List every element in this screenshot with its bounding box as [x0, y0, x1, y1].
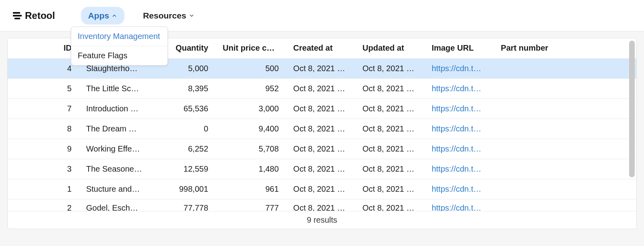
- cell-updated-at: Oct 8, 2021 …: [357, 58, 426, 78]
- image-url-link[interactable]: https://cdn.t…: [431, 84, 481, 93]
- image-url-link[interactable]: https://cdn.t…: [431, 104, 481, 113]
- cell-quantity: 77,778: [153, 199, 217, 211]
- chevron-up-icon: [111, 13, 117, 18]
- cell-name: The Seasone…: [80, 159, 153, 179]
- cell-unit-price: 500: [217, 58, 287, 78]
- cell-quantity: 6,252: [153, 139, 217, 159]
- cell-image-url: https://cdn.t…: [426, 199, 495, 211]
- table-row[interactable]: 3The Seasone…12,5591,480Oct 8, 2021 …Oct…: [8, 159, 636, 179]
- image-url-link[interactable]: https://cdn.t…: [431, 164, 481, 173]
- cell-created-at: Oct 8, 2021 …: [288, 199, 357, 211]
- image-url-link[interactable]: https://cdn.t…: [431, 184, 481, 193]
- cell-name: The Little Sc…: [80, 78, 153, 98]
- image-url-link[interactable]: https://cdn.t…: [431, 203, 481, 211]
- col-header-created-at[interactable]: Created at: [288, 38, 357, 58]
- cell-name: Godel, Esch…: [80, 199, 153, 211]
- nav-resources[interactable]: Resources: [136, 7, 201, 25]
- cell-part-number: [495, 119, 636, 139]
- col-header-id[interactable]: ID: [8, 38, 80, 58]
- cell-quantity: 0: [153, 119, 217, 139]
- cell-updated-at: Oct 8, 2021 …: [357, 139, 426, 159]
- cell-unit-price: 5,708: [217, 139, 287, 159]
- cell-quantity: 12,559: [153, 159, 217, 179]
- cell-part-number: [495, 139, 636, 159]
- cell-name: Stucture and…: [80, 179, 153, 199]
- nav-apps[interactable]: Apps: [81, 7, 125, 25]
- cell-part-number: [495, 58, 636, 78]
- table-row[interactable]: 2Godel, Esch…77,778777Oct 8, 2021 …Oct 8…: [8, 199, 636, 211]
- cell-id: 9: [8, 139, 80, 159]
- cell-unit-price: 777: [217, 199, 287, 211]
- cell-created-at: Oct 8, 2021 …: [288, 179, 357, 199]
- col-header-unit-price[interactable]: Unit price ce…: [217, 38, 287, 58]
- nav-apps-label: Apps: [88, 11, 109, 20]
- cell-part-number: [495, 199, 636, 211]
- cell-updated-at: Oct 8, 2021 …: [357, 199, 426, 211]
- cell-unit-price: 961: [217, 179, 287, 199]
- table-row[interactable]: 8The Dream …09,400Oct 8, 2021 …Oct 8, 20…: [8, 119, 636, 139]
- cell-image-url: https://cdn.t…: [426, 179, 495, 199]
- retool-logo-icon: [13, 11, 22, 20]
- cell-quantity: 8,395: [153, 78, 217, 98]
- cell-created-at: Oct 8, 2021 …: [288, 58, 357, 78]
- cell-created-at: Oct 8, 2021 …: [288, 98, 357, 119]
- cell-updated-at: Oct 8, 2021 …: [357, 159, 426, 179]
- cell-unit-price: 9,400: [217, 119, 287, 139]
- data-table: ID Name Quantity Unit price ce… Created …: [7, 38, 637, 229]
- cell-image-url: https://cdn.t…: [426, 58, 495, 78]
- cell-created-at: Oct 8, 2021 …: [288, 78, 357, 98]
- cell-id: 1: [8, 179, 80, 199]
- cell-id: 4: [8, 58, 80, 78]
- col-header-part-number[interactable]: Part number: [495, 38, 636, 58]
- table-row[interactable]: 9Working Effe…6,2525,708Oct 8, 2021 …Oct…: [8, 139, 636, 159]
- image-url-link[interactable]: https://cdn.t…: [431, 144, 481, 153]
- table-footer: 9 results: [8, 211, 636, 229]
- image-url-link[interactable]: https://cdn.t…: [431, 64, 481, 73]
- nav-resources-label: Resources: [143, 11, 186, 20]
- apps-dropdown: Inventory Management Feature Flags: [71, 27, 168, 66]
- cell-updated-at: Oct 8, 2021 …: [357, 98, 426, 119]
- col-header-image-url[interactable]: Image URL: [426, 38, 495, 58]
- dropdown-item-feature-flags[interactable]: Feature Flags: [71, 46, 167, 65]
- cell-created-at: Oct 8, 2021 …: [288, 119, 357, 139]
- top-nav: Apps Resources: [81, 7, 202, 25]
- cell-part-number: [495, 159, 636, 179]
- cell-quantity: 998,001: [153, 179, 217, 199]
- cell-image-url: https://cdn.t…: [426, 139, 495, 159]
- cell-image-url: https://cdn.t…: [426, 98, 495, 119]
- col-header-updated-at[interactable]: Updated at: [357, 38, 426, 58]
- cell-id: 8: [8, 119, 80, 139]
- cell-unit-price: 3,000: [217, 98, 287, 119]
- cell-created-at: Oct 8, 2021 …: [288, 159, 357, 179]
- cell-id: 7: [8, 98, 80, 119]
- dropdown-item-inventory[interactable]: Inventory Management: [71, 27, 167, 46]
- cell-image-url: https://cdn.t…: [426, 119, 495, 139]
- table-row[interactable]: 5The Little Sc…8,395952Oct 8, 2021 …Oct …: [8, 78, 636, 98]
- cell-unit-price: 952: [217, 78, 287, 98]
- cell-name: The Dream …: [80, 119, 153, 139]
- cell-updated-at: Oct 8, 2021 …: [357, 119, 426, 139]
- cell-part-number: [495, 98, 636, 119]
- cell-image-url: https://cdn.t…: [426, 78, 495, 98]
- image-url-link[interactable]: https://cdn.t…: [431, 124, 481, 133]
- table-row[interactable]: 1Stucture and…998,001961Oct 8, 2021 …Oct…: [8, 179, 636, 199]
- cell-id: 2: [8, 199, 80, 211]
- cell-id: 5: [8, 78, 80, 98]
- cell-unit-price: 1,480: [217, 159, 287, 179]
- cell-quantity: 65,536: [153, 98, 217, 119]
- cell-updated-at: Oct 8, 2021 …: [357, 179, 426, 199]
- brand-logo[interactable]: Retool: [13, 10, 55, 21]
- topbar: Retool Apps Resources Inventory Manageme…: [0, 0, 644, 31]
- cell-part-number: [495, 179, 636, 199]
- brand-name: Retool: [25, 10, 55, 21]
- table-row[interactable]: 7Introduction …65,5363,000Oct 8, 2021 …O…: [8, 98, 636, 119]
- chevron-down-icon: [189, 13, 194, 18]
- cell-name: Working Effe…: [80, 139, 153, 159]
- cell-id: 3: [8, 159, 80, 179]
- cell-updated-at: Oct 8, 2021 …: [357, 78, 426, 98]
- cell-image-url: https://cdn.t…: [426, 159, 495, 179]
- cell-name: Introduction …: [80, 98, 153, 119]
- vertical-scrollbar[interactable]: [629, 41, 635, 177]
- cell-created-at: Oct 8, 2021 …: [288, 139, 357, 159]
- cell-part-number: [495, 78, 636, 98]
